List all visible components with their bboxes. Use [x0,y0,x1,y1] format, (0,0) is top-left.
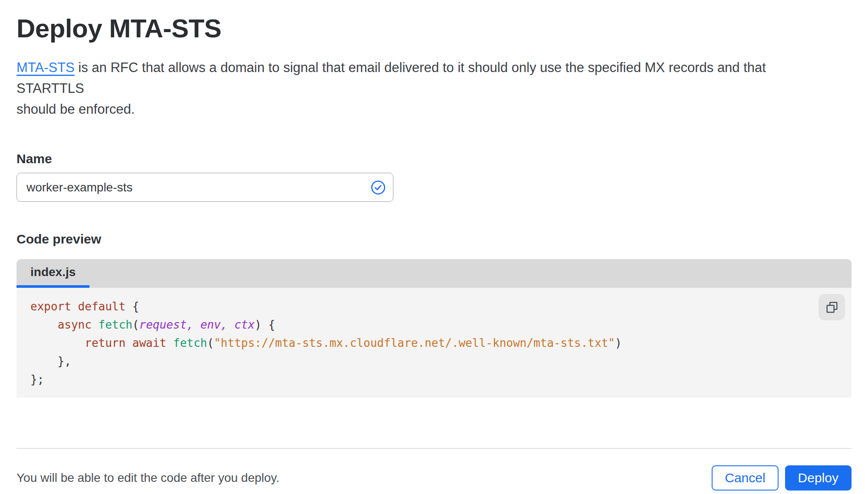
footer-divider [17,448,851,449]
footer-actions: Cancel Deploy [712,465,851,491]
code-preview-block: index.js export default { async fetch(re… [17,259,851,398]
code-lines: export default { async fetch(request, en… [30,297,851,389]
code-line: export default { [30,297,851,316]
cancel-button[interactable]: Cancel [712,465,778,491]
code-line: }; [30,370,851,389]
description-line1: is an RFC that allows a domain to signal… [17,60,766,96]
deploy-button[interactable]: Deploy [785,465,851,491]
name-input[interactable] [17,173,393,202]
code-line: return await fetch("https://mta-sts.mx.c… [30,334,851,352]
deploy-mta-sts-page: Deploy MTA-STS MTA-STS is an RFC that al… [0,0,868,494]
code-tab-bar: index.js [17,259,851,288]
code-preview-label: Code preview [17,231,851,247]
code-area: export default { async fetch(request, en… [17,288,851,398]
description-line2: should be enforced. [17,99,837,120]
code-line: async fetch(request, env, ctx) { [30,316,851,334]
name-input-wrap [17,173,393,202]
footer-note: You will be able to edit the code after … [17,471,280,485]
page-title: Deploy MTA-STS [17,13,851,44]
check-circle-icon [371,180,386,195]
description: MTA-STS is an RFC that allows a domain t… [17,57,837,120]
copy-icon [825,300,839,314]
footer: You will be able to edit the code after … [17,452,851,491]
name-label: Name [17,151,851,167]
mta-sts-link[interactable]: MTA-STS [17,60,75,75]
code-line: }, [30,352,851,370]
tab-index-js[interactable]: index.js [17,259,89,288]
copy-code-button[interactable] [818,294,845,320]
